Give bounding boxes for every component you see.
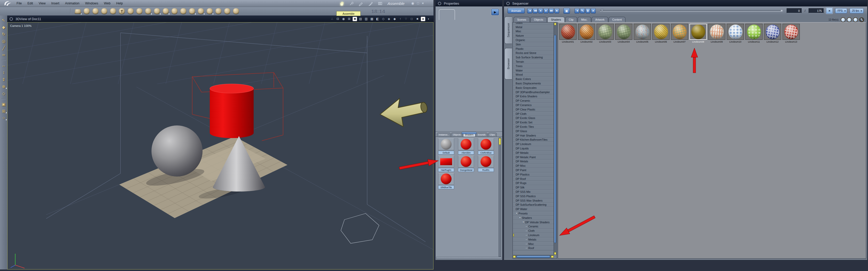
category-basic-displacements[interactable]: Basic Displacements — [513, 81, 554, 86]
total-frames-field[interactable]: 175 — [809, 8, 824, 13]
category-dp-clear-plastic[interactable]: DP Clear Plastic — [513, 107, 554, 112]
camera-up-icon[interactable]: ↑ — [398, 17, 402, 21]
category-basic-grayscales[interactable]: Basic Grayscales — [513, 86, 554, 90]
category-dp-exotic-tiles[interactable]: DP Exotic Tiles — [513, 125, 554, 129]
sequencer-title-bar[interactable]: Sequencer — [504, 0, 867, 6]
category-dp-water[interactable]: DP Water — [513, 207, 554, 211]
file-item-linoleum01[interactable]: Linoleum01 — [559, 24, 577, 43]
tool-scale-icon[interactable]: ◆ — [1, 24, 6, 30]
category-roof[interactable]: –Roof — [513, 246, 554, 250]
properties-tab-objects[interactable]: Objects — [451, 133, 463, 137]
rewind-button[interactable]: ◀◀ — [533, 8, 537, 13]
category-dp-silk[interactable]: DP Silk — [513, 185, 554, 190]
category-dp-linoleum[interactable]: DP Linoleum — [513, 142, 554, 146]
category-dp-misc[interactable]: DP Misc — [513, 164, 554, 168]
assemble-hand-icon[interactable] — [339, 1, 345, 6]
fast-forward-button[interactable]: ▶▶ — [549, 8, 554, 13]
category-dp-metalic[interactable]: DP Metalic — [513, 151, 554, 155]
category-basic-colors[interactable]: Basic Colors — [513, 77, 554, 81]
category-dp-sss-wax-shaders[interactable]: DP SSS Wax Shaders — [513, 199, 554, 203]
viewport-canvas[interactable]: Camera 1 100% — [7, 22, 433, 269]
file-item-linoleum04[interactable]: Linoleum04 — [615, 24, 632, 43]
side-tab-sequencer[interactable]: Sequencer — [504, 16, 512, 44]
file-item-linoleum12[interactable]: Linoleum12 — [764, 24, 781, 43]
insert-target-icon[interactable] — [224, 8, 231, 15]
stop-button[interactable]: ■ — [538, 8, 543, 13]
tool-select-icon[interactable]: ↖ — [1, 17, 6, 23]
file-item-linoleum06[interactable]: Linoleum06 — [652, 24, 670, 43]
insert-metaball-icon[interactable] — [101, 8, 108, 15]
tool-rotate-icon[interactable]: ↻ — [1, 31, 6, 37]
tool-pan-icon[interactable]: ⊞ — [1, 108, 6, 114]
category-organic[interactable]: Organic — [513, 38, 554, 42]
add-keyframe-button[interactable] — [580, 8, 585, 13]
preview-window-button[interactable]: ▣ — [563, 8, 570, 14]
category-dp-subsurfacescattering[interactable]: DP SubSurfaceScattering — [513, 203, 554, 207]
grid-settings-icon[interactable]: ⊞ — [347, 17, 351, 21]
file-item-linoleum11[interactable]: Linoleum11 — [745, 24, 763, 43]
menu-windows[interactable]: Windows — [85, 2, 98, 5]
next-keyframe-button[interactable]: ▶ — [591, 8, 596, 13]
maximize-button[interactable]: □ — [417, 0, 419, 7]
collapse-circle-icon[interactable] — [9, 17, 13, 21]
browser-tab-misc[interactable]: Misc. — [578, 17, 591, 22]
slider-track[interactable] — [600, 10, 782, 11]
category-dp-extra-shaders[interactable]: DP Extra Shaders — [513, 95, 554, 99]
shader-swatch-silkbluetile[interactable]: SilkBlueTile — [438, 173, 454, 189]
layout-three-pane-icon[interactable]: ▥ — [364, 17, 368, 21]
layout-four-pane-icon[interactable]: ▦ — [370, 17, 374, 21]
properties-tab-sounds[interactable]: Sounds — [476, 133, 488, 137]
category-dp-veloute-shaders[interactable]: ▼DP Veloute Shaders — [513, 220, 554, 225]
category-dp-sss-plastics[interactable]: DP SSS Plastics — [513, 194, 554, 199]
category-nature[interactable]: Nature — [513, 34, 554, 38]
shaded-mode-icon[interactable]: ● — [421, 17, 425, 21]
side-tab-browser[interactable]: Browser — [504, 48, 512, 79]
file-item-linoleum02[interactable]: Linoleum02 — [578, 24, 595, 43]
textured-mode-icon[interactable]: ◐ — [427, 17, 431, 21]
insert-camera-icon[interactable] — [206, 8, 213, 15]
category-dp-liquids[interactable]: DP Liquids — [513, 146, 554, 151]
category-misc[interactable]: Misc — [513, 29, 554, 34]
level-of-detail-icon[interactable]: ∵ — [404, 17, 408, 21]
file-item-linoleum07[interactable]: Linoleum07 — [671, 24, 688, 43]
frame-rate-dropdown[interactable]: 25 fps» — [850, 8, 864, 13]
render-film-icon[interactable] — [377, 1, 383, 6]
shader-swatch-orangemetal[interactable]: OrangeMetal — [458, 156, 474, 172]
category-rocks-and-stone[interactable]: Rocks and Stone — [513, 51, 554, 56]
production-frame-2-icon[interactable]: ◈ — [387, 17, 391, 21]
file-item-linoleum09[interactable]: Linoleum09 — [708, 24, 725, 43]
tool-universal-manipulator-icon[interactable]: ◎ — [1, 38, 6, 44]
scene-preview-spheres-icon[interactable]: ∴ — [330, 17, 334, 21]
small-icons-view[interactable]: ▴ — [841, 17, 845, 22]
category-shaders[interactable]: ▼Shaders — [513, 216, 554, 220]
menu-web[interactable]: Web — [104, 2, 110, 5]
browser-tab-scenes[interactable]: Scenes — [514, 17, 530, 22]
category-dp-ceramic[interactable]: DP Ceramic — [513, 99, 554, 103]
sphere-object[interactable] — [151, 126, 203, 176]
category-water[interactable]: Water — [513, 68, 554, 73]
file-item-linoleum05[interactable]: Linoleum05 — [634, 24, 651, 43]
tool-zoom-icon[interactable]: ○ — [1, 115, 6, 121]
properties-tab-clips[interactable]: Clips — [488, 133, 497, 137]
scrollbar-cap[interactable] — [551, 256, 554, 258]
insert-cloud-icon[interactable] — [189, 8, 196, 15]
collapse-circle-icon[interactable] — [506, 2, 510, 5]
tool-move-vertical-icon[interactable]: ↕ — [1, 69, 6, 76]
category-dp-sss-mix[interactable]: DP SSS Mix — [513, 190, 554, 194]
category-trees[interactable]: Trees — [513, 64, 554, 68]
production-frame-1-icon[interactable]: ◇ — [381, 17, 385, 21]
menu-help[interactable]: Help — [116, 2, 123, 5]
file-item-linoleum03[interactable]: Linoleum03 — [596, 24, 614, 43]
panel-resize-bar[interactable] — [436, 257, 502, 259]
insert-text-icon[interactable]: T — [118, 8, 126, 15]
category-dp-metalic-paint[interactable]: DP Metalic Paint — [513, 155, 554, 160]
category-linoleum[interactable]: –Linoleum — [513, 233, 554, 237]
tool-move-depth-icon[interactable]: ⇕ — [1, 76, 6, 82]
tool-render-preview-icon[interactable]: ▣ — [1, 101, 6, 107]
category-presets[interactable]: ▼Presets — [513, 211, 554, 216]
browser-menu[interactable]: ▚ — [859, 17, 864, 22]
shader-swatch-alienskin[interactable]: AlienSkin — [458, 138, 474, 155]
layout-two-pane-icon[interactable]: ▤ — [358, 17, 363, 21]
insert-hair-icon[interactable] — [180, 8, 187, 15]
flat-shading-mode-icon[interactable]: ■ — [415, 17, 420, 21]
